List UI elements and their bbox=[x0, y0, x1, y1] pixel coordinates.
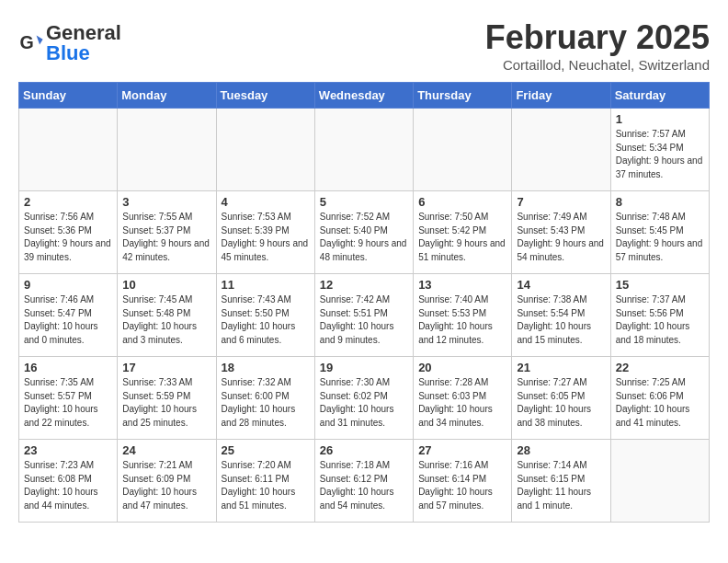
day-number: 3 bbox=[122, 195, 210, 209]
calendar-cell bbox=[512, 109, 610, 191]
calendar-cell: 14Sunrise: 7:38 AM Sunset: 5:54 PM Dayli… bbox=[512, 274, 610, 357]
calendar-cell: 15Sunrise: 7:37 AM Sunset: 5:56 PM Dayli… bbox=[610, 274, 709, 357]
day-number: 27 bbox=[418, 443, 506, 457]
weekday-header-tuesday: Tuesday bbox=[216, 83, 314, 109]
calendar-table: SundayMondayTuesdayWednesdayThursdayFrid… bbox=[18, 82, 710, 523]
day-info: Sunrise: 7:32 AM Sunset: 6:00 PM Dayligh… bbox=[222, 376, 310, 430]
calendar-cell: 8Sunrise: 7:48 AM Sunset: 5:45 PM Daylig… bbox=[610, 191, 709, 274]
day-number: 1 bbox=[616, 112, 704, 126]
calendar-week-1: 1Sunrise: 7:57 AM Sunset: 5:34 PM Daylig… bbox=[19, 109, 710, 191]
day-number: 21 bbox=[517, 361, 605, 374]
day-number: 4 bbox=[222, 195, 310, 209]
calendar-week-3: 9Sunrise: 7:46 AM Sunset: 5:47 PM Daylig… bbox=[19, 274, 710, 357]
calendar-header-row: SundayMondayTuesdayWednesdayThursdayFrid… bbox=[19, 83, 710, 109]
day-number: 14 bbox=[517, 278, 605, 292]
day-info: Sunrise: 7:20 AM Sunset: 6:11 PM Dayligh… bbox=[222, 459, 310, 512]
day-number: 11 bbox=[222, 278, 310, 292]
calendar-cell bbox=[19, 109, 118, 191]
calendar-cell bbox=[314, 109, 413, 191]
logo-icon: G bbox=[18, 30, 44, 56]
day-info: Sunrise: 7:48 AM Sunset: 5:45 PM Dayligh… bbox=[616, 211, 704, 264]
calendar-cell: 5Sunrise: 7:52 AM Sunset: 5:40 PM Daylig… bbox=[314, 191, 413, 274]
day-info: Sunrise: 7:14 AM Sunset: 6:15 PM Dayligh… bbox=[517, 459, 605, 512]
day-info: Sunrise: 7:45 AM Sunset: 5:48 PM Dayligh… bbox=[122, 293, 210, 347]
day-info: Sunrise: 7:38 AM Sunset: 5:54 PM Dayligh… bbox=[517, 293, 605, 347]
calendar-cell: 9Sunrise: 7:46 AM Sunset: 5:47 PM Daylig… bbox=[19, 274, 118, 357]
day-number: 19 bbox=[320, 361, 408, 374]
day-number: 17 bbox=[122, 361, 210, 374]
calendar-cell: 26Sunrise: 7:18 AM Sunset: 6:12 PM Dayli… bbox=[314, 440, 413, 523]
day-info: Sunrise: 7:56 AM Sunset: 5:36 PM Dayligh… bbox=[24, 211, 112, 264]
day-number: 12 bbox=[320, 278, 408, 292]
day-number: 24 bbox=[122, 443, 210, 457]
day-number: 25 bbox=[222, 443, 310, 457]
day-number: 6 bbox=[418, 195, 506, 209]
calendar-cell bbox=[216, 109, 314, 191]
location-subtitle: Cortaillod, Neuchatel, Switzerland bbox=[485, 57, 710, 73]
calendar-cell: 23Sunrise: 7:23 AM Sunset: 6:08 PM Dayli… bbox=[19, 440, 118, 523]
calendar-cell: 20Sunrise: 7:28 AM Sunset: 6:03 PM Dayli… bbox=[414, 357, 512, 440]
day-info: Sunrise: 7:53 AM Sunset: 5:39 PM Dayligh… bbox=[222, 211, 310, 264]
day-info: Sunrise: 7:42 AM Sunset: 5:51 PM Dayligh… bbox=[320, 293, 408, 347]
calendar-cell: 10Sunrise: 7:45 AM Sunset: 5:48 PM Dayli… bbox=[118, 274, 216, 357]
logo-text: General Blue bbox=[46, 23, 121, 63]
day-number: 15 bbox=[616, 278, 704, 292]
calendar-cell: 27Sunrise: 7:16 AM Sunset: 6:14 PM Dayli… bbox=[414, 440, 512, 523]
day-info: Sunrise: 7:52 AM Sunset: 5:40 PM Dayligh… bbox=[320, 211, 408, 264]
day-info: Sunrise: 7:21 AM Sunset: 6:09 PM Dayligh… bbox=[122, 459, 210, 512]
day-number: 13 bbox=[418, 278, 506, 292]
day-number: 8 bbox=[616, 195, 704, 209]
calendar-cell: 25Sunrise: 7:20 AM Sunset: 6:11 PM Dayli… bbox=[216, 440, 314, 523]
calendar-cell: 3Sunrise: 7:55 AM Sunset: 5:37 PM Daylig… bbox=[118, 191, 216, 274]
calendar-cell: 16Sunrise: 7:35 AM Sunset: 5:57 PM Dayli… bbox=[19, 357, 118, 440]
day-info: Sunrise: 7:28 AM Sunset: 6:03 PM Dayligh… bbox=[418, 376, 506, 430]
logo: G General Blue bbox=[18, 23, 121, 63]
title-block: February 2025 Cortaillod, Neuchatel, Swi… bbox=[485, 18, 710, 73]
svg-marker-1 bbox=[37, 36, 43, 45]
weekday-header-friday: Friday bbox=[512, 83, 610, 109]
day-info: Sunrise: 7:57 AM Sunset: 5:34 PM Dayligh… bbox=[616, 128, 704, 181]
calendar-cell: 1Sunrise: 7:57 AM Sunset: 5:34 PM Daylig… bbox=[610, 109, 709, 191]
calendar-cell: 2Sunrise: 7:56 AM Sunset: 5:36 PM Daylig… bbox=[19, 191, 118, 274]
weekday-header-sunday: Sunday bbox=[19, 83, 118, 109]
calendar-cell: 13Sunrise: 7:40 AM Sunset: 5:53 PM Dayli… bbox=[414, 274, 512, 357]
calendar-cell: 24Sunrise: 7:21 AM Sunset: 6:09 PM Dayli… bbox=[118, 440, 216, 523]
day-info: Sunrise: 7:25 AM Sunset: 6:06 PM Dayligh… bbox=[616, 376, 704, 430]
day-number: 16 bbox=[24, 361, 112, 374]
day-info: Sunrise: 7:35 AM Sunset: 5:57 PM Dayligh… bbox=[24, 376, 112, 430]
day-number: 18 bbox=[222, 361, 310, 374]
day-info: Sunrise: 7:37 AM Sunset: 5:56 PM Dayligh… bbox=[616, 293, 704, 347]
calendar-cell: 12Sunrise: 7:42 AM Sunset: 5:51 PM Dayli… bbox=[314, 274, 413, 357]
day-number: 7 bbox=[517, 195, 605, 209]
weekday-header-saturday: Saturday bbox=[610, 83, 709, 109]
day-info: Sunrise: 7:30 AM Sunset: 6:02 PM Dayligh… bbox=[320, 376, 408, 430]
day-info: Sunrise: 7:27 AM Sunset: 6:05 PM Dayligh… bbox=[517, 376, 605, 430]
day-info: Sunrise: 7:50 AM Sunset: 5:42 PM Dayligh… bbox=[418, 211, 506, 264]
calendar-cell: 4Sunrise: 7:53 AM Sunset: 5:39 PM Daylig… bbox=[216, 191, 314, 274]
day-info: Sunrise: 7:16 AM Sunset: 6:14 PM Dayligh… bbox=[418, 459, 506, 512]
month-year-title: February 2025 bbox=[485, 18, 710, 57]
day-number: 28 bbox=[517, 443, 605, 457]
calendar-cell: 22Sunrise: 7:25 AM Sunset: 6:06 PM Dayli… bbox=[610, 357, 709, 440]
calendar-cell: 6Sunrise: 7:50 AM Sunset: 5:42 PM Daylig… bbox=[414, 191, 512, 274]
calendar-cell: 11Sunrise: 7:43 AM Sunset: 5:50 PM Dayli… bbox=[216, 274, 314, 357]
page-header: G General Blue February 2025 Cortaillod,… bbox=[18, 18, 710, 73]
weekday-header-thursday: Thursday bbox=[414, 83, 512, 109]
calendar-cell: 17Sunrise: 7:33 AM Sunset: 5:59 PM Dayli… bbox=[118, 357, 216, 440]
day-number: 20 bbox=[418, 361, 506, 374]
calendar-cell: 7Sunrise: 7:49 AM Sunset: 5:43 PM Daylig… bbox=[512, 191, 610, 274]
day-info: Sunrise: 7:33 AM Sunset: 5:59 PM Dayligh… bbox=[122, 376, 210, 430]
day-number: 26 bbox=[320, 443, 408, 457]
day-info: Sunrise: 7:49 AM Sunset: 5:43 PM Dayligh… bbox=[517, 211, 605, 264]
day-info: Sunrise: 7:18 AM Sunset: 6:12 PM Dayligh… bbox=[320, 459, 408, 512]
calendar-cell: 21Sunrise: 7:27 AM Sunset: 6:05 PM Dayli… bbox=[512, 357, 610, 440]
weekday-header-wednesday: Wednesday bbox=[314, 83, 413, 109]
day-number: 23 bbox=[24, 443, 112, 457]
calendar-cell bbox=[414, 109, 512, 191]
day-info: Sunrise: 7:23 AM Sunset: 6:08 PM Dayligh… bbox=[24, 459, 112, 512]
day-info: Sunrise: 7:43 AM Sunset: 5:50 PM Dayligh… bbox=[222, 293, 310, 347]
calendar-cell: 28Sunrise: 7:14 AM Sunset: 6:15 PM Dayli… bbox=[512, 440, 610, 523]
calendar-week-2: 2Sunrise: 7:56 AM Sunset: 5:36 PM Daylig… bbox=[19, 191, 710, 274]
calendar-cell: 19Sunrise: 7:30 AM Sunset: 6:02 PM Dayli… bbox=[314, 357, 413, 440]
day-info: Sunrise: 7:55 AM Sunset: 5:37 PM Dayligh… bbox=[122, 211, 210, 264]
